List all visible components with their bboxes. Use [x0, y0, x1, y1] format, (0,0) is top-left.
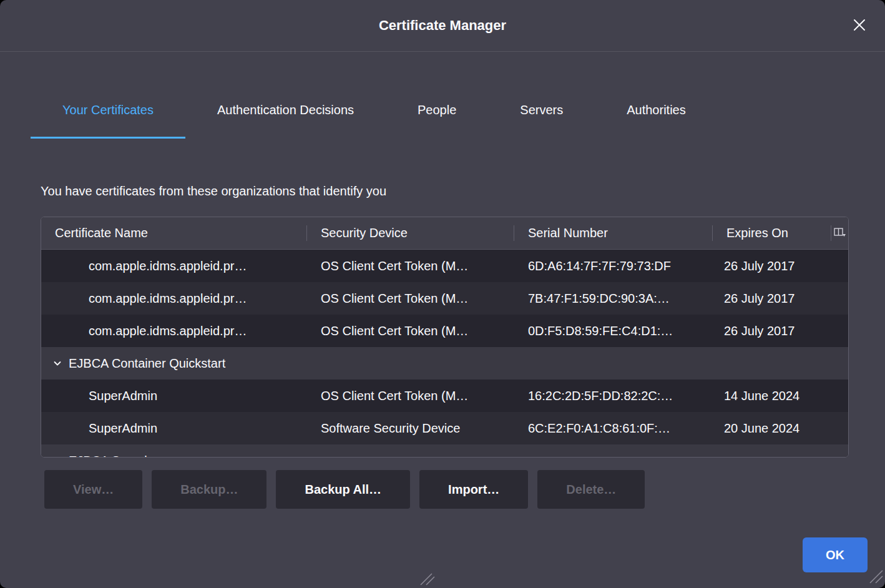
column-header-serial-number[interactable]: Serial Number — [514, 217, 713, 249]
name-cell: com.apple.idms.appleid.pr… — [41, 324, 307, 338]
column-picker-button[interactable] — [831, 217, 848, 249]
table-row[interactable]: com.apple.idms.appleid.pr…OS Client Cert… — [41, 250, 848, 282]
certificate-manager-dialog: { "window": { "title": "Certificate Mana… — [0, 0, 885, 588]
serial-cell: 0D:F5:D8:59:FE:C4:D1:… — [514, 324, 713, 338]
group-label: EJBCA Container Quickstart — [69, 356, 225, 371]
dialog-title: Certificate Manager — [379, 17, 506, 34]
table-header: Certificate Name Security Device Serial … — [41, 217, 848, 250]
name-cell: com.apple.idms.appleid.pr… — [41, 292, 307, 306]
device-cell: OS Client Cert Token (M… — [307, 259, 514, 273]
resize-grip[interactable] — [868, 568, 884, 587]
title-bar: Certificate Manager — [0, 0, 885, 52]
serial-cell: 6C:E2:F0:A1:C8:61:0F:… — [514, 421, 713, 436]
chevron-down-icon — [52, 358, 62, 368]
device-cell: OS Client Cert Token (M… — [307, 389, 514, 403]
column-header-security-device[interactable]: Security Device — [307, 217, 514, 249]
tab-bar: Your CertificatesAuthentication Decision… — [31, 84, 873, 139]
serial-cell: 16:2C:2D:5F:DD:82:2C:… — [514, 389, 713, 403]
table-row[interactable]: com.apple.idms.appleid.pr…OS Client Cert… — [41, 282, 848, 315]
delete-button: Delete… — [537, 470, 645, 509]
expires-cell: 20 June 2024 — [713, 421, 831, 436]
group-row[interactable]: EJBCA Sample — [41, 444, 848, 458]
description-text: You have certificates from these organiz… — [41, 184, 386, 198]
name-cell: SuperAdmin — [41, 389, 307, 403]
close-button[interactable] — [849, 15, 870, 36]
group-row[interactable]: EJBCA Container Quickstart — [41, 347, 848, 380]
name-cell: com.apple.idms.appleid.pr… — [41, 259, 307, 273]
table-row[interactable]: SuperAdminOS Client Cert Token (M…16:2C:… — [41, 380, 848, 412]
tab-authentication-decisions[interactable]: Authentication Decisions — [185, 84, 386, 139]
chevron-down-icon — [52, 456, 62, 458]
backup-button: Backup… — [152, 470, 266, 509]
device-cell: OS Client Cert Token (M… — [307, 292, 514, 306]
serial-cell: 7B:47:F1:59:DC:90:3A:… — [514, 292, 713, 306]
ok-button[interactable]: OK — [803, 537, 868, 572]
table-row[interactable]: SuperAdminSoftware Security Device6C:E2:… — [41, 412, 848, 444]
resize-grip[interactable] — [419, 573, 436, 588]
backup-all-button[interactable]: Backup All… — [276, 470, 410, 509]
certificate-table: Certificate Name Security Device Serial … — [41, 217, 849, 458]
tab-people[interactable]: People — [386, 84, 488, 139]
action-button-row: View…Backup…Backup All…Import…Delete… — [44, 470, 645, 509]
tab-servers[interactable]: Servers — [488, 84, 595, 139]
tab-your-certificates[interactable]: Your Certificates — [31, 84, 185, 139]
expires-cell: 26 July 2017 — [713, 292, 831, 306]
import-button[interactable]: Import… — [419, 470, 528, 509]
column-picker-icon — [834, 226, 846, 240]
view-button: View… — [44, 470, 142, 509]
group-label: EJBCA Sample — [69, 454, 154, 458]
device-cell: Software Security Device — [307, 421, 514, 436]
serial-cell: 6D:A6:14:7F:7F:79:73:DF — [514, 259, 713, 273]
name-cell: SuperAdmin — [41, 421, 307, 436]
column-header-certificate-name[interactable]: Certificate Name — [41, 217, 307, 249]
close-icon — [852, 17, 867, 34]
expires-cell: 26 July 2017 — [713, 259, 831, 273]
expires-cell: 26 July 2017 — [713, 324, 831, 338]
tab-authorities[interactable]: Authorities — [595, 84, 718, 139]
column-header-expires-on[interactable]: Expires On — [713, 217, 831, 249]
table-row[interactable]: com.apple.idms.appleid.pr…OS Client Cert… — [41, 315, 848, 347]
device-cell: OS Client Cert Token (M… — [307, 324, 514, 338]
expires-cell: 14 June 2024 — [713, 389, 831, 403]
table-body: com.apple.idms.appleid.pr…OS Client Cert… — [41, 250, 848, 458]
